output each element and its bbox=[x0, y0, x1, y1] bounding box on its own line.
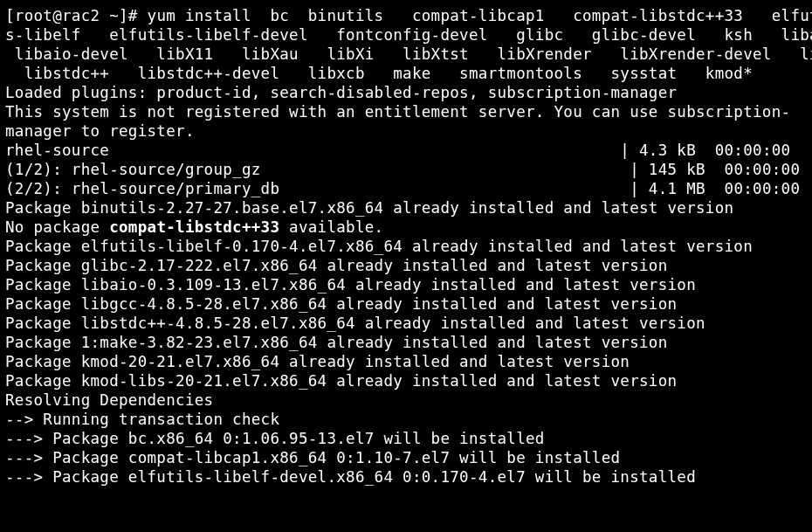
trans-check-line: --> Running transaction check bbox=[5, 411, 279, 428]
missing-package-name: compat-libstdc++33 bbox=[109, 218, 279, 236]
install-line: ---> Package elfutils-libelf-devel.x86_6… bbox=[5, 468, 696, 486]
repo-line: (2/2): rhel-source/primary_db | 4.1 MB 0… bbox=[5, 180, 800, 197]
not-registered-line: This system is not registered with an en… bbox=[5, 103, 790, 121]
repo-line: (1/2): rhel-source/group_gz | 145 kB 00:… bbox=[5, 161, 800, 178]
not-registered-line: manager to register. bbox=[5, 122, 195, 140]
command-cont: s-libelf elfutils-libelf-devel fontconfi… bbox=[5, 26, 812, 44]
install-line: ---> Package compat-libcap1.x86_64 0:1.1… bbox=[5, 449, 620, 466]
terminal-output: [root@rac2 ~]# yum install bc binutils c… bbox=[0, 0, 812, 492]
pkg-status-line: Package binutils-2.27-27.base.el7.x86_64… bbox=[5, 199, 733, 217]
shell-prompt: [root@rac2 ~]# bbox=[5, 7, 138, 24]
pkg-status-line: Package kmod-20-21.el7.x86_64 already in… bbox=[5, 353, 630, 370]
no-package-line: No package compat-libstdc++33 available. bbox=[5, 218, 383, 236]
pkg-status-line: Package libstdc++-4.8.5-28.el7.x86_64 al… bbox=[5, 314, 705, 332]
command-cont: libaio-devel libX11 libXau libXi libXtst… bbox=[5, 45, 812, 63]
install-line: ---> Package bc.x86_64 0:1.06.95-13.el7 … bbox=[5, 430, 545, 447]
pkg-status-line: Package libaio-0.3.109-13.el7.x86_64 alr… bbox=[5, 276, 696, 294]
pkg-status-line: Package libgcc-4.8.5-28.el7.x86_64 alrea… bbox=[5, 295, 677, 313]
pkg-status-line: Package elfutils-libelf-0.170-4.el7.x86_… bbox=[5, 238, 753, 255]
loaded-plugins-line: Loaded plugins: product-id, search-disab… bbox=[5, 84, 677, 101]
repo-line: rhel-source | 4.3 kB 00:00:00 bbox=[5, 142, 790, 159]
pkg-status-line: Package kmod-libs-20-21.el7.x86_64 alrea… bbox=[5, 372, 677, 390]
resolving-line: Resolving Dependencies bbox=[5, 391, 213, 409]
command-text: yum install bc binutils compat-libcap1 c… bbox=[148, 7, 812, 24]
command-cont: libstdc++ libstdc++-devel libxcb make sm… bbox=[5, 65, 753, 82]
pkg-status-line: Package glibc-2.17-222.el7.x86_64 alread… bbox=[5, 257, 668, 274]
pkg-status-line: Package 1:make-3.82-23.el7.x86_64 alread… bbox=[5, 334, 668, 351]
prompt-line[interactable]: [root@rac2 ~]# yum install bc binutils c… bbox=[5, 7, 812, 24]
